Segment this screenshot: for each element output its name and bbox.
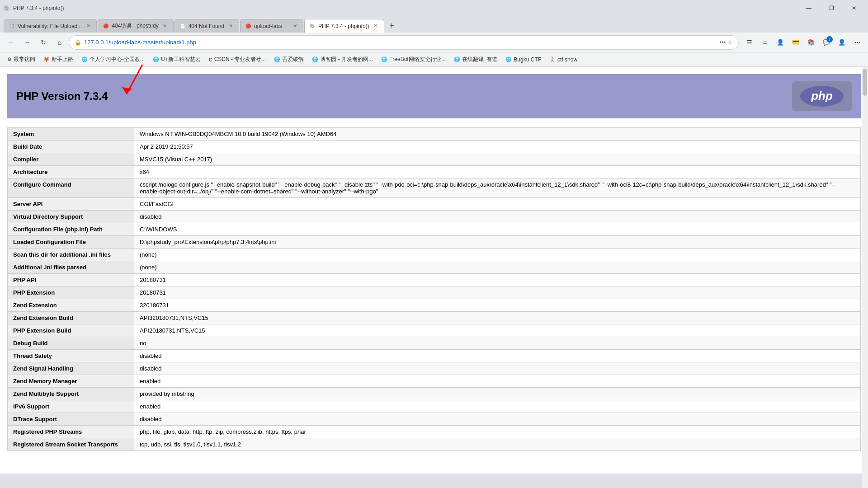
bookmark-icon[interactable]: ☆ [727, 39, 733, 46]
browser-toolbar: ☰ ▭ 👤 💳 📚 💬7 👤 ⋯ [742, 35, 864, 50]
table-key: Zend Extension Build [8, 312, 134, 324]
table-row: Zend Multibyte Supportprovided by mbstri… [8, 388, 861, 400]
table-row: Configure Commandcscript /nologo configu… [8, 178, 861, 198]
security-icon: 🔒 [75, 39, 81, 46]
back-button[interactable]: ← [4, 35, 18, 50]
bookmark-csdn[interactable]: C CSDN - 专业发者社... [205, 54, 270, 65]
table-value: 20180731 [134, 286, 861, 299]
window-controls: — ❐ ✕ [798, 1, 864, 15]
table-key: Compiler [8, 153, 134, 166]
table-row: SystemWindows NT WIN-GB0DQ04MBCM 10.0 bu… [8, 128, 861, 141]
tab-title-3: 404 Not Found [189, 23, 224, 29]
table-value: CGI/FastCGI [134, 198, 861, 211]
table-value: php, file, glob, data, http, ftp, zip, c… [134, 426, 861, 438]
tab-bar: 🛡️ Vulnerability: File Upload :: ✕ 🔴 404… [0, 16, 868, 33]
tab-title-4: upload-labs [254, 23, 288, 29]
bookmark-bugku[interactable]: 🌐 Bugku CTF [502, 55, 545, 64]
bookmark-label-11: ctf.show [557, 56, 577, 63]
table-value: (none) [134, 249, 861, 261]
maximize-button[interactable]: ❐ [821, 1, 842, 15]
bookmark-icon-learning: 🌐 [81, 56, 88, 62]
table-row: Thread Safetydisabled [8, 350, 861, 362]
table-row: Virtual Directory Supportdisabled [8, 211, 861, 223]
more-icon: ••• [719, 39, 726, 46]
refresh-button[interactable]: ↻ [36, 35, 51, 50]
home-button[interactable]: ⌂ [52, 35, 67, 50]
new-tab-button[interactable]: + [385, 19, 399, 33]
bookmark-icon-52pojie: 🌐 [274, 56, 280, 62]
table-key: Build Date [8, 141, 134, 153]
table-value: D:\phpstudy_pro\Extensions\php\php7.3.4n… [134, 236, 861, 249]
address-bar[interactable]: 🔒 ••• ☆ [69, 35, 739, 50]
tab-title-5: PHP 7.3.4 - phpinfo() [318, 23, 369, 29]
php-logo: php [792, 81, 852, 111]
bookmark-newbie[interactable]: 🦊 新手上路 [40, 54, 77, 65]
tab-groups-button[interactable]: ▭ [758, 35, 772, 50]
table-row: Registered PHP Streamsphp, file, glob, d… [8, 426, 861, 438]
table-row: Server APICGI/FastCGI [8, 198, 861, 211]
table-value: C:\WINDOWS [134, 223, 861, 236]
tab-404-phpstudy[interactable]: 🔴 404错误 - phpstudy ✕ [98, 19, 173, 33]
tab-phpinfo[interactable]: 🐘 PHP 7.3.4 - phpinfo() ✕ [304, 19, 384, 33]
sidebar-button[interactable]: ☰ [742, 35, 757, 50]
table-value: disabled [134, 211, 861, 223]
table-row: Architecturex64 [8, 166, 861, 178]
bookmark-ctfshow[interactable]: 🚶 ctf.show [546, 55, 581, 64]
scrollbar[interactable] [862, 67, 868, 488]
table-row: Scan this dir for additional .ini files(… [8, 249, 861, 261]
tab-404-not-found[interactable]: 📄 404 Not Found ✕ [175, 19, 239, 33]
bookmark-most-visited[interactable]: ⚙ 最常访问 [4, 54, 39, 65]
collections-button[interactable]: 📚 [804, 35, 818, 50]
tab-vulnerability[interactable]: 🛡️ Vulnerability: File Upload :: ✕ [4, 19, 97, 33]
bookmark-cnblogs[interactable]: 🌐 博客园 - 开发者的网... [308, 54, 377, 65]
table-row: Zend Extension320180731 [8, 299, 861, 312]
close-button[interactable]: ✕ [844, 1, 864, 15]
table-key: Configuration File (php.ini) Path [8, 223, 134, 236]
bookmark-label-1: 最常访问 [14, 56, 35, 63]
table-value: enabled [134, 375, 861, 388]
tab-title-2: 404错误 - phpstudy [112, 22, 158, 30]
table-value: provided by mbstring [134, 388, 861, 400]
tab-icon-2: 🔴 [103, 23, 109, 29]
minimize-button[interactable]: — [798, 1, 819, 15]
scrollbar-thumb[interactable] [863, 69, 867, 96]
forward-button[interactable]: → [20, 35, 34, 50]
wallet-button[interactable]: 💳 [788, 35, 803, 50]
bookmark-learning[interactable]: 🌐 个人学习中心-全国教... [78, 54, 148, 65]
settings-button[interactable]: ⋯ [850, 35, 864, 50]
tab-close-1[interactable]: ✕ [85, 23, 92, 30]
table-key: Registered PHP Streams [8, 426, 134, 438]
title-bar: 🐘 PHP 7.3.4 - phpinfo() — ❐ ✕ [0, 0, 868, 16]
table-row: Loaded Configuration FileD:\phpstudy_pro… [8, 236, 861, 249]
table-key: Architecture [8, 166, 134, 178]
bookmark-icon-youdao: 🌐 [454, 56, 460, 62]
browser-window: 🐘 PHP 7.3.4 - phpinfo() — ❐ ✕ 🛡️ Vulnera… [0, 0, 868, 488]
table-key: Zend Signal Handling [8, 362, 134, 375]
active-tab-favicon: 🐘 [4, 5, 10, 11]
bookmark-label-5: CSDN - 专业发者社... [214, 56, 266, 63]
table-key: Server API [8, 198, 134, 211]
table-row: Additional .ini files parsed(none) [8, 261, 861, 274]
feedback-button[interactable]: 💬7 [819, 35, 834, 50]
bookmark-52pojie[interactable]: 🌐 吾爱破解 [270, 54, 307, 65]
account-button[interactable]: 👤 [835, 35, 849, 50]
table-value: enabled [134, 400, 861, 413]
table-key: Thread Safety [8, 350, 134, 362]
url-input[interactable] [84, 39, 717, 46]
table-key: Debug Build [8, 337, 134, 350]
tab-close-4[interactable]: ✕ [291, 23, 298, 30]
table-row: Build DateApr 2 2019 21:50:57 [8, 141, 861, 153]
tab-close-5[interactable]: ✕ [372, 23, 379, 30]
table-row: Zend Extension BuildAPI320180731,NTS,VC1… [8, 312, 861, 324]
bookmark-uplus[interactable]: 🌐 U+新工科智慧云 [149, 54, 204, 65]
bookmark-freebuf[interactable]: 🌐 FreeBuf网络安全行业... [377, 54, 449, 65]
table-value: 320180731 [134, 299, 861, 312]
tab-close-2[interactable]: ✕ [161, 23, 169, 30]
table-row: DTrace Supportdisabled [8, 413, 861, 426]
tab-close-3[interactable]: ✕ [227, 23, 234, 30]
tab-upload-labs[interactable]: 🔴 upload-labs ✕ [240, 19, 303, 33]
profile-button[interactable]: 👤 [773, 35, 788, 50]
table-row: Registered Stream Socket Transportstcp, … [8, 438, 861, 451]
table-key: Configure Command [8, 178, 134, 198]
bookmark-youdao[interactable]: 🌐 在线翻译_有道 [450, 54, 501, 65]
